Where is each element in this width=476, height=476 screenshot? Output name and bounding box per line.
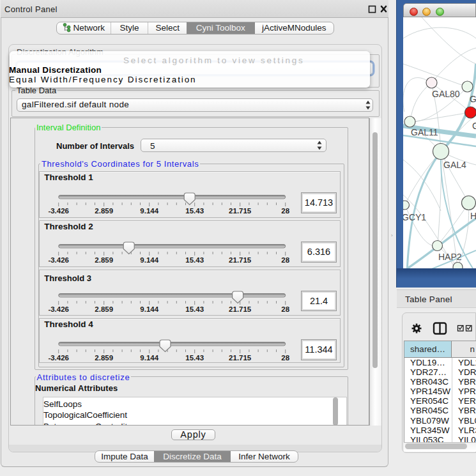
svg-text:-3.426: -3.426: [49, 305, 70, 313]
svg-text:-3.426: -3.426: [49, 256, 70, 264]
svg-text:-3.426: -3.426: [49, 207, 70, 215]
svg-text:2.859: 2.859: [95, 354, 114, 362]
svg-text:28: 28: [282, 256, 290, 264]
svg-text:9.144: 9.144: [141, 305, 159, 313]
svg-text:2.859: 2.859: [95, 305, 114, 313]
svg-text:-3.426: -3.426: [49, 354, 70, 362]
svg-text:GAL80: GAL80: [432, 89, 460, 99]
svg-text:GAL11: GAL11: [411, 127, 438, 137]
svg-text:21.715: 21.715: [229, 354, 252, 362]
svg-text:GAL4: GAL4: [443, 160, 466, 170]
svg-text:HAP2: HAP2: [438, 252, 462, 262]
svg-text:G.: G.: [470, 94, 476, 104]
svg-text:GCY1: GCY1: [403, 212, 426, 222]
svg-text:2.859: 2.859: [95, 207, 114, 215]
svg-text:15.43: 15.43: [186, 207, 204, 215]
svg-text:15.43: 15.43: [186, 305, 204, 313]
svg-text:9.144: 9.144: [141, 354, 159, 362]
svg-text:15.43: 15.43: [186, 354, 204, 362]
svg-text:15.43: 15.43: [186, 256, 204, 264]
svg-text:21.715: 21.715: [229, 256, 252, 264]
svg-text:2.859: 2.859: [95, 256, 114, 264]
svg-text:28: 28: [282, 207, 290, 215]
svg-text:21.715: 21.715: [229, 207, 252, 215]
svg-text:9.144: 9.144: [141, 207, 159, 215]
svg-text:9.144: 9.144: [141, 256, 159, 264]
svg-text:28: 28: [282, 354, 290, 362]
svg-text:G: G: [472, 121, 476, 131]
svg-text:H: H: [470, 211, 476, 221]
svg-text:21.715: 21.715: [229, 305, 252, 313]
svg-text:28: 28: [282, 305, 290, 313]
